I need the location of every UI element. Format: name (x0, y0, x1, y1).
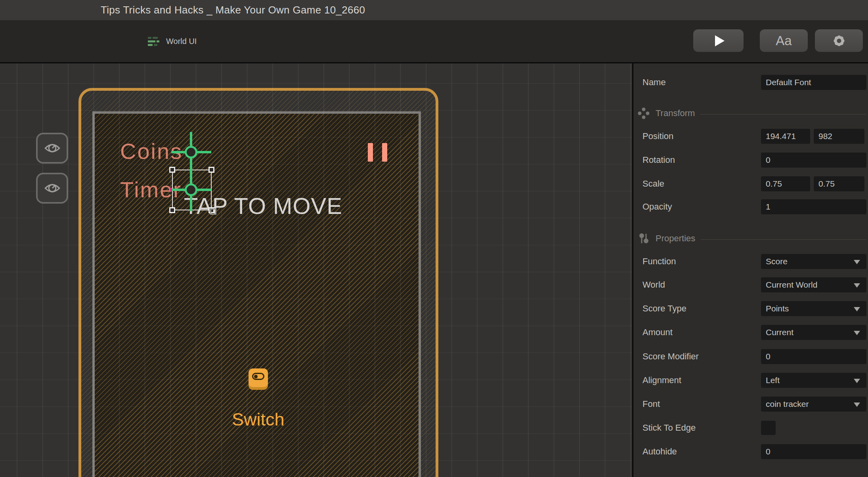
score-type-dropdown[interactable]: Points (761, 301, 866, 316)
editor-canvas[interactable]: Coins Timer TAP TO MOVE Switch (0, 63, 632, 477)
font-value: coin tracker (766, 399, 809, 409)
switch-pill (252, 373, 264, 380)
pause-icon[interactable] (382, 143, 387, 162)
font-row: Font coin tracker (633, 396, 868, 412)
transform-section: Transform (633, 105, 868, 122)
name-label: Name (642, 74, 666, 91)
alignment-value: Left (766, 376, 780, 385)
section-divider (701, 239, 866, 240)
play-icon (715, 35, 725, 46)
properties-section: Properties (633, 230, 868, 247)
chevron-down-icon (854, 379, 860, 383)
opacity-label: Opacity (642, 198, 672, 215)
function-row: Function Score (633, 253, 868, 270)
chevron-down-icon (854, 307, 860, 311)
context-label: World UI (166, 37, 197, 46)
transform-title: Transform (656, 108, 695, 118)
autohide-input[interactable] (761, 444, 866, 459)
visibility-toggle-2[interactable] (36, 173, 68, 204)
gizmo-vertical-axis[interactable] (190, 132, 192, 211)
play-button[interactable] (693, 29, 744, 52)
titlebar: Tips Tricks and Hacks _ Make Your Own Ga… (0, 0, 868, 20)
world-dropdown[interactable]: Current World (761, 277, 866, 292)
scale-y-input[interactable] (814, 176, 864, 191)
window-title: Tips Tricks and Hacks _ Make Your Own Ga… (101, 0, 365, 20)
scale-x-input[interactable] (761, 176, 810, 191)
chevron-down-icon (854, 403, 860, 407)
rotation-label: Rotation (642, 152, 675, 168)
eye-icon (43, 179, 61, 197)
pause-icon[interactable] (368, 143, 373, 162)
section-divider (700, 114, 866, 114)
properties-title: Properties (656, 233, 695, 244)
alignment-label: Alignment (642, 372, 681, 389)
amount-row: Amount Current (633, 324, 868, 341)
main-area: Coins Timer TAP TO MOVE Switch Nam (0, 62, 868, 477)
list-icon (148, 37, 161, 46)
aa-label: Aa (776, 33, 792, 48)
rotate-handle[interactable] (210, 208, 216, 215)
world-label: World (642, 277, 665, 293)
visibility-toggle-1[interactable] (36, 133, 68, 164)
stick-to-edge-row: Stick To Edge (633, 420, 868, 436)
position-y-input[interactable] (814, 129, 864, 144)
score-type-label: Score Type (642, 300, 686, 317)
score-modifier-input[interactable] (761, 349, 866, 364)
opacity-input[interactable] (761, 199, 866, 214)
function-dropdown[interactable]: Score (761, 254, 866, 269)
move-icon (637, 107, 650, 120)
settings-button[interactable] (815, 29, 863, 52)
alignment-row: Alignment Left (633, 372, 868, 389)
properties-panel: Name Transform Position Rotation (632, 63, 868, 477)
toolbar: World UI Aa (0, 20, 868, 62)
stick-to-edge-checkbox[interactable] (761, 421, 776, 435)
gizmo-anchor-circle-2[interactable] (185, 183, 197, 196)
autohide-row: Autohide (633, 443, 868, 460)
position-x-input[interactable] (761, 129, 810, 144)
world-row: World Current World (633, 277, 868, 293)
sliders-icon (637, 232, 650, 245)
stick-to-edge-label: Stick To Edge (642, 420, 696, 436)
rotation-row: Rotation (633, 152, 868, 168)
gizmo-anchor-circle-1[interactable] (185, 146, 197, 158)
toggle-switch-icon[interactable] (249, 368, 268, 387)
amount-label: Amount (642, 324, 673, 341)
resize-handle-top-left[interactable] (169, 167, 175, 173)
chevron-down-icon (854, 283, 860, 288)
alignment-dropdown[interactable]: Left (761, 373, 866, 388)
function-value: Score (766, 257, 788, 266)
function-label: Function (642, 253, 676, 270)
resize-handle-top-right[interactable] (208, 167, 214, 173)
context-breadcrumb[interactable]: World UI (148, 32, 197, 50)
scale-row: Scale (633, 176, 868, 192)
switch-button-label[interactable]: Switch (232, 409, 284, 430)
gear-icon (831, 33, 847, 49)
name-input[interactable] (761, 75, 866, 90)
score-modifier-row: Score Modifier (633, 348, 868, 365)
chevron-down-icon (854, 260, 860, 264)
rotation-input[interactable] (761, 153, 866, 168)
font-label: Font (642, 396, 660, 412)
opacity-row: Opacity (633, 198, 868, 215)
autohide-label: Autohide (642, 443, 677, 460)
pivot-dot (170, 188, 172, 191)
font-dropdown[interactable]: coin tracker (761, 397, 866, 412)
position-label: Position (642, 128, 673, 145)
amount-value: Current (766, 328, 793, 337)
switch-knob (254, 375, 258, 378)
scale-label: Scale (642, 176, 664, 192)
resize-handle-bottom-left[interactable] (169, 207, 175, 213)
score-type-row: Score Type Points (633, 300, 868, 317)
world-value: Current World (766, 280, 817, 290)
score-modifier-label: Score Modifier (642, 348, 699, 365)
chevron-down-icon (854, 331, 860, 335)
text-style-button[interactable]: Aa (760, 29, 808, 52)
amount-dropdown[interactable]: Current (761, 325, 866, 340)
name-row: Name (633, 74, 868, 91)
position-row: Position (633, 128, 868, 145)
score-type-value: Points (766, 304, 789, 313)
eye-icon (43, 139, 61, 157)
